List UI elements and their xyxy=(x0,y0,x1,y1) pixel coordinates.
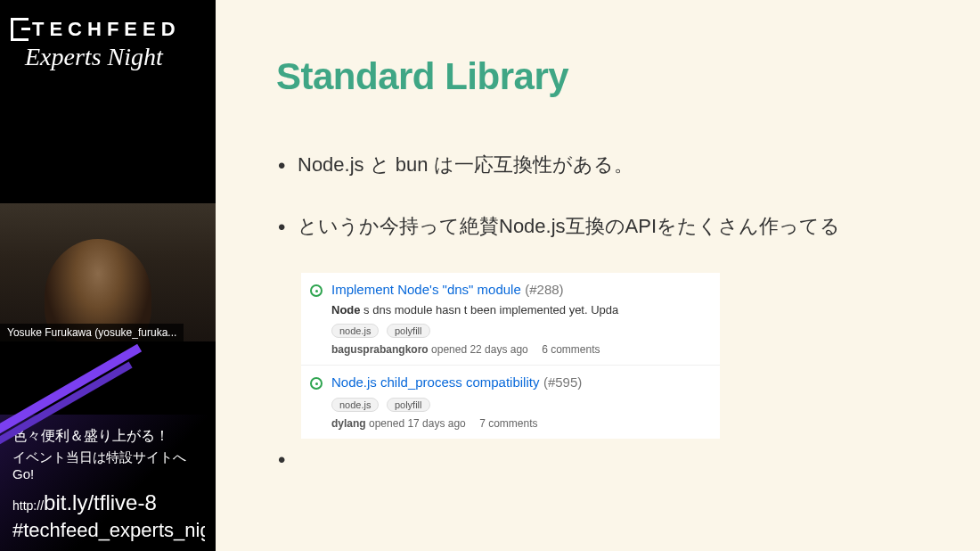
issue-comments: 7 comments xyxy=(479,417,537,430)
promo-hashtag: #techfeed_experts_nigh xyxy=(12,519,205,542)
issue-tag[interactable]: polyfill xyxy=(387,398,430,412)
promo-line-2: イベント当日は特設サイトへGo! xyxy=(12,449,205,481)
github-issues-block: Implement Node's "dns" module (#288) Nod… xyxy=(301,273,720,439)
issue-description: Node s dns module hasn t been implemente… xyxy=(331,303,709,317)
sidebar-panel: TECHFEED Experts Night Yosuke Furukawa (… xyxy=(0,0,216,551)
github-issue-row: Node.js child_process compatibility (#59… xyxy=(301,365,720,439)
issue-tag[interactable]: node.js xyxy=(331,324,379,338)
promo-url-prefix: http:// xyxy=(12,498,44,513)
issue-title-link[interactable]: Node.js child_process compatibility xyxy=(331,374,539,390)
techfeed-logo: TECHFEED xyxy=(11,18,207,41)
speaker-webcam: Yosuke Furukawa (yosuke_furuka... xyxy=(0,203,216,341)
issue-author: dylang xyxy=(331,417,366,430)
issue-number: (#288) xyxy=(525,282,563,297)
issue-title-link[interactable]: Implement Node's "dns" module xyxy=(331,282,521,297)
issue-meta: bagusprabangkoro opened 22 days ago 6 co… xyxy=(331,343,709,356)
issue-tags: node.js polyfill xyxy=(331,322,709,338)
issue-opened: opened 22 days ago xyxy=(431,343,528,356)
bullet-list: Node.js と bun は一応互換性がある。 というか今持って絶賛Node.… xyxy=(276,150,928,241)
issue-number: (#595) xyxy=(543,374,582,390)
issue-opened: opened 17 days ago xyxy=(369,417,466,430)
promo-line-1: 色々便利＆盛り上がる！ xyxy=(12,427,205,446)
speaker-name-label: Yosuke Furukawa (yosuke_furuka... xyxy=(0,324,184,341)
issue-comments: 6 comments xyxy=(542,343,600,356)
issue-desc-text: s dns module hasn t been implemented yet… xyxy=(361,303,619,317)
issue-tag[interactable]: polyfill xyxy=(387,324,430,338)
bullet-item: Node.js と bun は一応互換性がある。 xyxy=(276,150,928,179)
presentation-slide: Standard Library Node.js と bun は一応互換性がある… xyxy=(216,0,980,551)
slide-title: Standard Library xyxy=(276,55,928,98)
open-issue-icon xyxy=(310,377,323,390)
logo-text: TECHFEED xyxy=(32,18,181,41)
bullet-item: というか今持って絶賛Node.js互換のAPIをたくさん作ってる xyxy=(276,211,928,241)
issue-author: bagusprabangkoro xyxy=(331,343,429,356)
promo-block: 色々便利＆盛り上がる！ イベント当日は特設サイトへGo! http://bit.… xyxy=(0,415,216,551)
issue-tags: node.js polyfill xyxy=(331,396,709,412)
logo-subtitle: Experts Night xyxy=(25,43,207,71)
logo-block: TECHFEED Experts Night xyxy=(0,0,216,80)
issue-tag[interactable]: node.js xyxy=(331,398,379,412)
promo-url-row: http://bit.ly/tflive-8 xyxy=(12,490,205,515)
logo-mark-icon xyxy=(11,18,29,41)
open-issue-icon xyxy=(310,284,323,297)
issue-desc-strong: Node xyxy=(331,303,361,317)
issue-meta: dylang opened 17 days ago 7 comments xyxy=(331,417,709,430)
github-issue-row: Implement Node's "dns" module (#288) Nod… xyxy=(301,273,720,365)
promo-url: bit.ly/tflive-8 xyxy=(44,490,157,514)
